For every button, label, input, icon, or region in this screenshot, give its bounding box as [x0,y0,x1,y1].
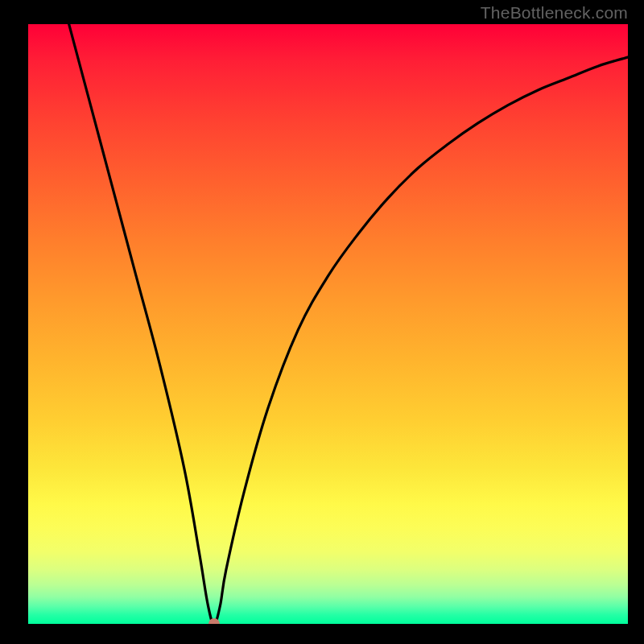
bottleneck-curve [64,24,628,624]
chart-svg [28,24,628,624]
plot-area [28,24,628,624]
watermark-text: TheBottleneck.com [481,3,628,23]
